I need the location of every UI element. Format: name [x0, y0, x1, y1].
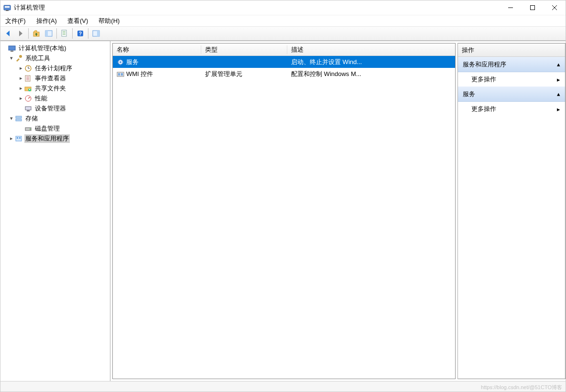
tree-event-viewer[interactable]: ▸ 事件查看器	[1, 73, 109, 83]
tree-storage[interactable]: ▾ 存储	[1, 113, 109, 123]
menu-action[interactable]: 操作(A)	[34, 16, 59, 26]
chevron-right-icon[interactable]: ▸	[18, 75, 24, 81]
toolbar-separator	[72, 28, 73, 39]
tree-label: 性能	[34, 94, 48, 103]
performance-icon	[24, 95, 32, 102]
device-icon	[24, 105, 32, 112]
svg-rect-4	[531, 6, 535, 10]
list-row-services[interactable]: 服务 启动、终止并设置 Wind...	[113, 56, 455, 68]
list-row-wmi[interactable]: WMI 控件 扩展管理单元 配置和控制 Windows M...	[113, 68, 455, 80]
title-bar: 计算机管理	[0, 0, 566, 15]
content-area: 计算机管理(本地) ▾ 系统工具 ▸ 任务计划程序 ▸ 事件查看器 ▸ 共享文件…	[0, 41, 566, 381]
action-more-1[interactable]: 更多操作 ▸	[458, 72, 565, 87]
svg-rect-35	[16, 116, 22, 118]
tree-label: 共享文件夹	[34, 84, 67, 93]
cell-text: 扩展管理单元	[205, 70, 242, 78]
menu-view[interactable]: 查看(V)	[65, 16, 90, 26]
collapse-icon[interactable]: ▴	[557, 61, 560, 68]
action-label: 更多操作	[471, 75, 496, 84]
chevron-right-icon: ▸	[557, 106, 560, 113]
tree-performance[interactable]: ▸ 性能	[1, 93, 109, 103]
tree-pane[interactable]: 计算机管理(本地) ▾ 系统工具 ▸ 任务计划程序 ▸ 事件查看器 ▸ 共享文件…	[0, 41, 110, 381]
chevron-down-icon[interactable]: ▾	[8, 55, 15, 61]
maximize-button[interactable]	[522, 0, 544, 15]
close-button[interactable]	[544, 0, 566, 15]
back-button[interactable]	[2, 28, 14, 39]
tree-task-scheduler[interactable]: ▸ 任务计划程序	[1, 63, 109, 73]
action-more-2[interactable]: 更多操作 ▸	[458, 102, 565, 116]
minimize-button[interactable]	[500, 0, 522, 15]
toolbar-separator	[56, 28, 57, 39]
actions-pane: 操作 服务和应用程序 ▴ 更多操作 ▸ 服务 ▴ 更多操作 ▸	[457, 43, 566, 379]
clock-icon	[24, 65, 32, 72]
tree-system-tools[interactable]: ▾ 系统工具	[1, 53, 109, 63]
tree-label: 事件查看器	[34, 74, 67, 83]
action-group-label: 服务和应用程序	[463, 60, 506, 69]
svg-rect-34	[27, 110, 30, 111]
action-group-services[interactable]: 服务 ▴	[458, 87, 565, 102]
chevron-right-icon[interactable]: ▸	[18, 85, 24, 91]
tree-services-apps[interactable]: ▸ 服务和应用程序	[1, 133, 109, 143]
toolbar: ?	[0, 26, 566, 41]
wmi-icon	[117, 70, 124, 78]
chevron-right-icon: ▸	[557, 76, 560, 83]
svg-rect-2	[6, 10, 9, 11]
svg-rect-41	[19, 137, 21, 139]
app-icon	[3, 4, 11, 11]
svg-point-38	[30, 129, 31, 130]
column-type[interactable]: 类型	[201, 45, 287, 54]
show-hide-tree-button[interactable]	[43, 28, 54, 39]
tree-root[interactable]: 计算机管理(本地)	[1, 43, 109, 53]
help-button[interactable]: ?	[75, 28, 86, 39]
tree-label: 存储	[24, 114, 39, 123]
menu-file[interactable]: 文件(F)	[3, 16, 28, 26]
properties-button[interactable]	[59, 28, 70, 39]
chevron-right-icon[interactable]: ▸	[18, 95, 24, 101]
svg-rect-49	[118, 73, 120, 76]
chevron-right-icon[interactable]: ▸	[18, 65, 24, 71]
svg-rect-39	[16, 136, 22, 141]
svg-point-20	[19, 55, 22, 58]
svg-rect-9	[45, 31, 48, 36]
show-hide-action-pane-button[interactable]	[90, 28, 102, 39]
disk-icon	[24, 125, 32, 132]
column-name[interactable]: 名称	[113, 45, 201, 54]
svg-rect-36	[16, 119, 22, 121]
window-title: 计算机管理	[14, 3, 45, 12]
cell-text: 服务	[126, 58, 139, 66]
toolbar-separator	[88, 28, 88, 39]
tree-label: 磁盘管理	[34, 124, 61, 133]
shared-folder-icon	[24, 85, 32, 92]
action-group-services-apps[interactable]: 服务和应用程序 ▴	[458, 57, 565, 72]
action-label: 更多操作	[471, 105, 496, 113]
tree-disk-management[interactable]: 磁盘管理	[1, 123, 109, 133]
svg-point-30	[29, 88, 30, 89]
forward-button[interactable]	[15, 28, 26, 39]
chevron-right-icon[interactable]: ▸	[8, 135, 15, 142]
tree-shared-folders[interactable]: ▸ 共享文件夹	[1, 83, 109, 93]
tree-label: 服务和应用程序	[24, 134, 70, 143]
status-bar	[0, 381, 566, 392]
list-body[interactable]: 服务 启动、终止并设置 Wind... WMI 控件 扩展管理单元 配置和控制 …	[113, 56, 455, 379]
tree-label: 任务计划程序	[34, 64, 73, 73]
tree-device-manager[interactable]: 设备管理器	[1, 103, 109, 113]
svg-rect-17	[97, 31, 99, 36]
menu-help[interactable]: 帮助(H)	[97, 16, 121, 26]
event-icon	[24, 75, 32, 82]
chevron-down-icon[interactable]: ▾	[8, 115, 15, 121]
svg-rect-40	[17, 137, 18, 139]
tools-icon	[15, 54, 22, 62]
svg-point-43	[120, 61, 121, 63]
gear-icon	[117, 58, 124, 66]
storage-icon	[15, 115, 22, 122]
action-group-label: 服务	[463, 90, 475, 98]
svg-rect-1	[5, 6, 10, 8]
list-pane: 名称 类型 描述 服务 启动、终止并设置 Wind... WMI 控件 扩展管理…	[112, 43, 456, 379]
tree-label: 设备管理器	[34, 104, 67, 113]
up-button[interactable]	[31, 28, 42, 39]
collapse-icon[interactable]: ▴	[557, 90, 560, 98]
cell-text: 配置和控制 Windows M...	[291, 70, 361, 78]
computer-icon	[8, 44, 16, 52]
cell-text: 启动、终止并设置 Wind...	[291, 58, 362, 66]
column-desc[interactable]: 描述	[287, 45, 455, 54]
